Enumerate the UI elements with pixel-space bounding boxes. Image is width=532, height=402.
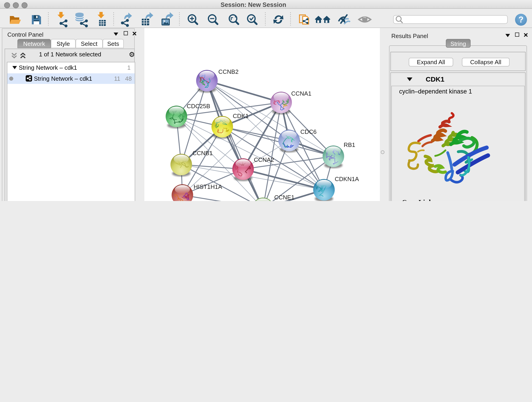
svg-text:RB1: RB1: [344, 141, 355, 148]
svg-text:CCNA2: CCNA2: [254, 156, 274, 163]
svg-text:HIST1H1A: HIST1H1A: [194, 183, 222, 190]
svg-text:CCNA1: CCNA1: [291, 90, 311, 97]
svg-text:CDKN1A: CDKN1A: [335, 176, 359, 182]
svg-text:CDK1: CDK1: [233, 113, 249, 119]
svg-text:CCNB2: CCNB2: [218, 68, 239, 75]
svg-text:CDC25B: CDC25B: [187, 103, 210, 109]
svg-text:CDC6: CDC6: [300, 128, 317, 135]
svg-text:CCNE1: CCNE1: [274, 194, 294, 201]
svg-text:CCNB1: CCNB1: [192, 150, 213, 157]
